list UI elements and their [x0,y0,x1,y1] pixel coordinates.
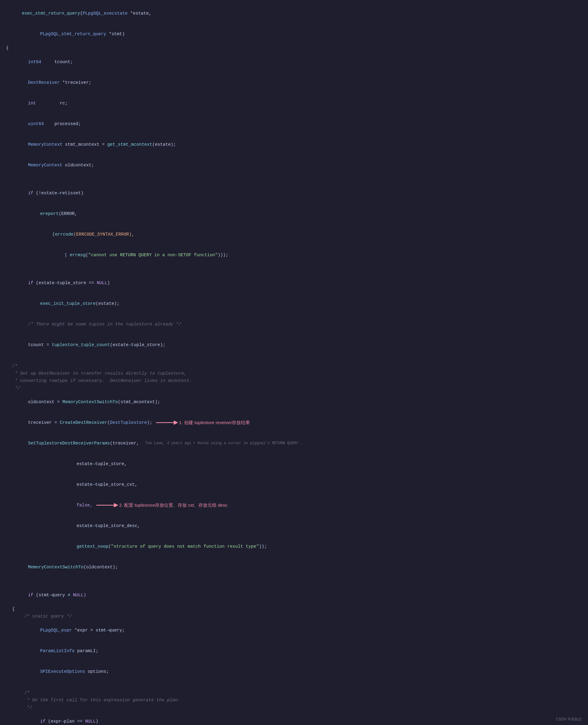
code-line-comment2-line1: * On the first call for this expression … [0,697,588,704]
code-line-tcount-assign: tcount = tuplestore_tuple_count(estate→t… [0,335,588,355]
code-line-if-query: if (stmt→query ≠ NULL) [0,585,588,605]
blank-1 [0,175,588,183]
code-line-if-plan-null: if (expr→plan == NULL) [0,711,588,725]
blank-4 [0,577,588,585]
blank-5 [0,682,588,689]
annotation-text-2: 2. 配置 tuplesrore存放位置、存放 cxt、存放元组 desc [119,503,228,508]
code-line-if-open: { [0,605,588,613]
code-line-oldcontext-assign: oldcontext = MemoryContextSwitchTo(stmt_… [0,392,588,412]
code-line-if-retisset: if (!estate→retisset) [0,183,588,204]
fn-header-line2: PLpgSQL_stmt_return_query *stmt) [0,24,588,44]
blank-2 [0,265,588,273]
arrow-icon-2 [95,502,119,508]
fn-header-line1: exec_stmt_return_query(PLpgSQL_execstate… [0,3,588,24]
fn-name: exec_stmt_return_query [22,11,80,16]
code-line-static-query-comment: /* static query */ [0,613,588,620]
code-line-options-decl: SPIExecuteOptions options; [0,661,588,682]
code-line-set-params: SetTuplestoreDestReceiverParams(treceive… [0,433,588,453]
code-line-param-tuple-store-cxt: estate→tuple_store_cxt, [0,474,588,495]
code-line-errmsg: | errmsg("cannot use RETURN QUERY in a n… [0,245,588,265]
code-line-param-false: false, 2. 配置 tuplesrore存放位置、存放 cxt、存放元组 … [0,495,588,515]
code-line-paramli-decl: ParamListInfo paramLI; [0,641,588,661]
code-line-comment1-open: /* [0,362,588,370]
code-line-comment2-open: /* [0,689,588,697]
annotation-2: 2. 配置 tuplesrore存放位置、存放 cxt、存放元组 desc [95,502,228,508]
code-line-treceiver-decl: DestReceiver *treceiver; [0,72,588,93]
code-line-comment1-close: */ [0,384,588,392]
code-line-comment2-close: */ [0,704,588,711]
annotation-1: 1. 创建 tuplestore reveiver存放结果 [154,420,250,426]
arrow-icon-1 [154,420,179,426]
code-line-errcode: (errcode(ERRCODE_SYNTAX_ERROR), [0,224,588,245]
code-line-processed: uint64 processed; [0,113,588,134]
git-annotation: Tom Lane, 4 years ago • Avoid using a cu… [145,441,302,445]
annotation-text-1: 1. 创建 tuplestore reveiver存放结果 [179,420,250,426]
code-line-memctx-switch-back: MemoryContextSwitchTo(oldcontext); [0,557,588,577]
code-line-oldcontext-decl: MemoryContext oldcontext; [0,155,588,175]
code-line-stmt-mcontext: MemoryContext stmt_mcontext = get_stmt_m… [0,134,588,155]
code-line-rc: int rc; [0,93,588,113]
code-line-if-tuplestore: if (estate→tuple_store == NULL) [0,273,588,293]
code-line-comment1-line2: * converting rowtype if necessary. DestR… [0,377,588,384]
code-line-gettext-noop: gettext_noop("structure of query does no… [0,536,588,557]
code-line-create-dest-receiver: treceiver = CreateDestReceiver(DestTuple… [0,412,588,433]
code-line-param-tuple-store: estate→tuple_store, [0,453,588,474]
code-line-tcount: int64 tcount; [0,51,588,72]
code-line-param-tuple-store-desc: estate→tuple_store_desc, [0,515,588,536]
code-container: exec_stmt_return_query(PLpgSQL_execstate… [0,0,588,725]
code-line-open-brace: { [0,44,588,51]
blank-3 [0,355,588,362]
code-line-expr-decl: PLpgSQL_expr *expr = stmt→query; [0,620,588,641]
code-line-comment-tuples: /* There might be some tuples in the tup… [0,314,588,335]
code-line-comment1-line1: * Set up DestReceiver to transfer result… [0,370,588,377]
watermark: CSDN 号高知主 [556,717,582,722]
code-line-init-tuplestore: exec_init_tuple_store(estate); [0,293,588,314]
code-line-ereport: ereport(ERROR, [0,204,588,224]
